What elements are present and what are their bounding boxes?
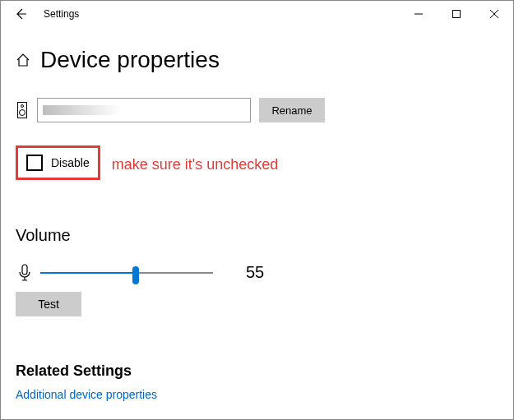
slider-thumb[interactable]	[132, 266, 139, 284]
disable-highlight-box: Disable	[16, 145, 100, 180]
minimize-icon	[414, 10, 423, 18]
back-button[interactable]	[7, 1, 34, 27]
redacted-text	[43, 105, 121, 115]
home-icon[interactable]	[16, 53, 30, 67]
svg-rect-0	[453, 11, 461, 18]
window-controls	[400, 1, 513, 27]
volume-row: 55	[16, 263, 498, 282]
disable-label: Disable	[51, 156, 90, 169]
device-name-input[interactable]	[37, 98, 251, 122]
related-settings-title: Related Settings	[16, 362, 498, 380]
additional-device-properties-link[interactable]: Additional device properties	[16, 388, 498, 401]
close-icon	[490, 10, 498, 18]
close-button[interactable]	[475, 1, 513, 27]
maximize-icon	[452, 10, 461, 18]
maximize-button[interactable]	[438, 1, 475, 27]
svg-point-3	[20, 110, 25, 116]
slider-track-inactive	[136, 272, 214, 274]
minimize-button[interactable]	[400, 1, 438, 27]
page-title: Device properties	[40, 47, 220, 73]
arrow-left-icon	[14, 7, 27, 21]
annotation-text: make sure it's unchecked	[112, 156, 279, 173]
svg-rect-4	[22, 265, 27, 275]
related-section: Related Settings Additional device prope…	[16, 362, 498, 401]
disable-row: Disable make sure it's unchecked	[16, 145, 498, 187]
speaker-icon	[16, 102, 29, 118]
device-rename-row: Rename	[16, 98, 498, 122]
disable-checkbox[interactable]	[26, 155, 43, 171]
microphone-icon	[16, 264, 34, 282]
rename-button[interactable]: Rename	[259, 98, 325, 122]
volume-value: 55	[246, 263, 264, 282]
window-title: Settings	[44, 8, 79, 20]
slider-track-active	[40, 272, 136, 274]
volume-slider[interactable]	[40, 265, 213, 281]
titlebar: Settings	[1, 1, 513, 27]
test-button[interactable]: Test	[16, 292, 81, 316]
content-area: Device properties Rename Disable make su…	[1, 47, 513, 401]
page-header: Device properties	[16, 47, 498, 73]
svg-point-2	[21, 105, 24, 108]
volume-section-title: Volume	[16, 226, 498, 245]
